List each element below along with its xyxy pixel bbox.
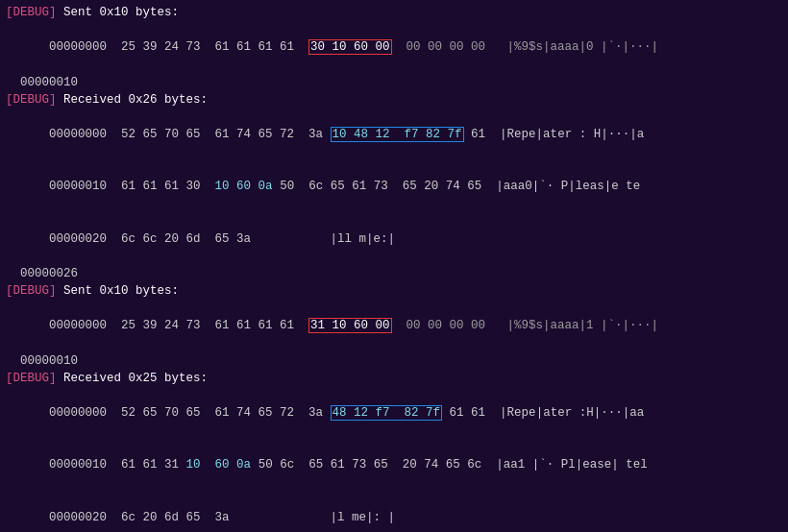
line-4: [DEBUG] Received 0x26 bytes: — [6, 91, 782, 109]
line-3: 00000010 — [6, 74, 782, 91]
line-7: 00000020 6c 6c 20 6d 65 3a |ll m|e:| — [6, 213, 782, 265]
highlight-box-red-2: 31 10 60 00 — [308, 318, 392, 333]
line-8: 00000026 — [6, 265, 782, 282]
line-9: [DEBUG] Sent 0x10 bytes: — [6, 282, 782, 300]
debug-tag: [DEBUG] — [6, 6, 57, 19]
line-13: 00000000 52 65 70 65 61 74 65 72 3a 48 1… — [6, 387, 782, 439]
line-10: 00000000 25 39 24 73 61 61 61 61 31 10 6… — [6, 300, 782, 351]
line-6: 00000010 61 61 61 30 10 60 0a 50 6c 65 6… — [6, 160, 782, 212]
line-15: 00000020 6c 20 6d 65 3a |l me|: | — [6, 492, 782, 533]
line-5: 00000000 52 65 70 65 61 74 65 72 3a 10 4… — [6, 109, 782, 160]
highlight-box-blue-1: 10 48 12 f7 82 7f — [331, 127, 464, 142]
line-12: [DEBUG] Received 0x25 bytes: — [6, 370, 782, 387]
line-11: 00000010 — [6, 352, 782, 370]
line-1: [DEBUG] Sent 0x10 bytes: — [6, 4, 782, 21]
line-2: 00000000 25 39 24 73 61 61 61 61 30 10 6… — [6, 21, 782, 73]
line-14: 00000010 61 61 31 10 60 0a 50 6c 65 61 7… — [6, 439, 782, 491]
highlight-box-blue-2: 48 12 f7 82 7f — [331, 405, 443, 421]
terminal-window: [DEBUG] Sent 0x10 bytes: 00000000 25 39 … — [6, 4, 782, 532]
highlight-box-red-1: 30 10 60 00 — [308, 39, 392, 55]
